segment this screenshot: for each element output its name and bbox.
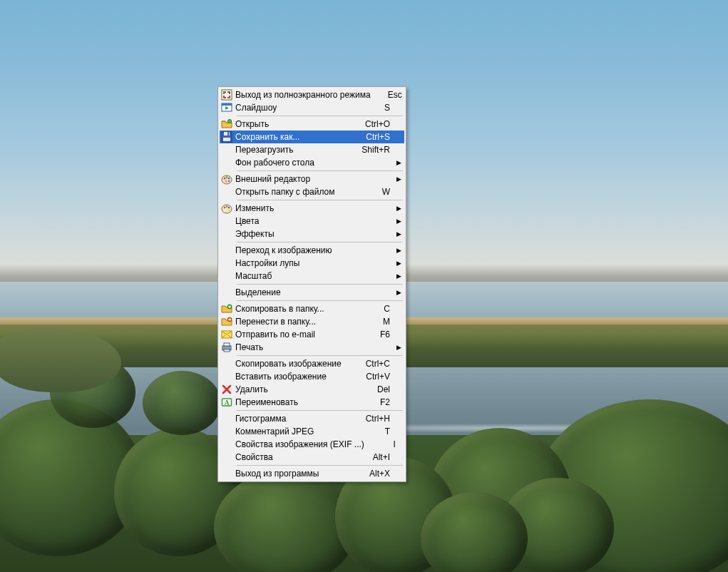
blank-icon (220, 185, 234, 198)
menu-item[interactable]: СлайдшоуS (220, 101, 404, 114)
menu-item[interactable]: Перенести в папку...M (220, 315, 404, 328)
fullscreen-exit-icon (220, 88, 234, 101)
menu-item[interactable]: Эффекты▶ (220, 228, 404, 240)
menu-item[interactable]: Цвета▶ (220, 215, 404, 228)
submenu-arrow-icon: ▶ (394, 205, 404, 212)
print-icon (220, 341, 234, 354)
palette2-icon (220, 202, 234, 215)
menu-item-label: Масштаб (234, 271, 359, 281)
menu-item-label: Открыть папку с файлом (234, 187, 359, 197)
blank-icon (220, 425, 234, 438)
menu-item[interactable]: Выход из программыAlt+X (220, 467, 404, 480)
menu-item-label: Перенести в папку... (234, 317, 359, 327)
menu-item-label: Комментарий JPEG (234, 427, 359, 436)
delete-icon (220, 383, 234, 396)
menu-item[interactable]: Внешний редактор▶ (220, 173, 404, 185)
menu-item[interactable]: ПереименоватьF2 (220, 396, 404, 409)
save-icon (220, 131, 234, 143)
menu-item-label: Открыть (234, 119, 359, 129)
blank-icon (220, 228, 234, 240)
submenu-arrow-icon: ▶ (394, 247, 404, 254)
menu-item-label: Переименовать (234, 397, 359, 407)
menu-item-shortcut: T (359, 427, 394, 436)
submenu-arrow-icon: ▶ (394, 289, 404, 296)
palette-icon (220, 173, 234, 185)
menu-item-shortcut: Ctrl+O (359, 119, 394, 129)
menu-separator (237, 410, 403, 411)
blank-icon (220, 370, 234, 383)
menu-item[interactable]: ПерезагрузитьShift+R (220, 143, 404, 156)
menu-item[interactable]: Сохранить как...Ctrl+S (220, 131, 404, 143)
menu-item-shortcut: Del (359, 384, 394, 394)
menu-item[interactable]: Выход из полноэкранного режимаEsc (220, 88, 404, 101)
menu-item[interactable]: Настройки лупы▶ (220, 257, 404, 270)
rename-icon (220, 396, 234, 409)
slideshow-icon (220, 101, 234, 114)
context-menu: Выход из полноэкранного режимаEscСлайдшо… (217, 86, 406, 482)
menu-item-shortcut: F6 (359, 330, 394, 339)
blank-icon (220, 244, 234, 257)
menu-item-label: Внешний редактор (234, 174, 359, 184)
menu-separator (237, 242, 403, 242)
blank-icon (220, 257, 234, 270)
submenu-arrow-icon: ▶ (394, 260, 404, 267)
menu-item-label: Гистограмма (234, 414, 359, 424)
blank-icon (220, 412, 234, 425)
menu-item-shortcut: M (359, 317, 394, 327)
menu-item[interactable]: Масштаб▶ (220, 270, 404, 282)
menu-item[interactable]: УдалитьDel (220, 383, 404, 396)
menu-separator (237, 355, 403, 356)
menu-item-label: Фон рабочего стола (234, 158, 359, 168)
menu-item[interactable]: Изменить▶ (220, 202, 404, 215)
menu-item-shortcut: Ctrl+V (359, 372, 394, 382)
menu-item-label: Выделение (234, 287, 359, 297)
menu-item[interactable]: Свойства изображения (EXIF ...)I (220, 438, 404, 451)
moveto-icon (220, 315, 234, 328)
open-icon (220, 118, 234, 131)
menu-item-label: Изменить (234, 203, 359, 213)
menu-item-label: Свойства изображения (EXIF ...) (234, 439, 364, 449)
menu-item-shortcut: Ctrl+C (359, 359, 394, 369)
menu-item-label: Выход из полноэкранного режима (234, 90, 371, 100)
menu-separator (237, 300, 403, 301)
blank-icon (220, 156, 234, 169)
menu-item-shortcut: Ctrl+S (359, 132, 394, 142)
menu-item[interactable]: Печать▶ (220, 341, 404, 354)
menu-separator (237, 200, 403, 200)
menu-item-label: Перезагрузить (234, 145, 359, 155)
menu-item-shortcut: F2 (359, 397, 394, 407)
menu-item[interactable]: Скопировать в папку...C (220, 302, 404, 315)
menu-item-shortcut: Esc (371, 90, 406, 100)
menu-item[interactable]: Вставить изображениеCtrl+V (220, 370, 404, 383)
menu-separator (237, 116, 403, 116)
menu-item[interactable]: Выделение▶ (220, 286, 404, 299)
menu-item-shortcut: Shift+R (359, 145, 394, 155)
menu-item[interactable]: Переход к изображению▶ (220, 244, 404, 257)
menu-separator (237, 465, 403, 466)
menu-item-label: Печать (234, 342, 359, 352)
menu-item[interactable]: СвойстваAlt+I (220, 451, 404, 464)
menu-item[interactable]: Скопировать изображениеCtrl+C (220, 357, 404, 370)
menu-item-label: Переход к изображению (234, 245, 359, 255)
menu-item-shortcut: Alt+X (359, 469, 394, 479)
menu-item-label: Сохранить как... (234, 132, 359, 142)
menu-item-shortcut: Ctrl+H (359, 414, 394, 424)
copyto-icon (220, 302, 234, 315)
menu-item[interactable]: Фон рабочего стола▶ (220, 156, 404, 169)
blank-icon (220, 467, 234, 480)
submenu-arrow-icon: ▶ (394, 272, 404, 280)
menu-item-shortcut: Alt+I (359, 452, 394, 462)
menu-item-shortcut: I (364, 439, 400, 449)
menu-item-shortcut: W (359, 187, 394, 197)
menu-item-shortcut: C (359, 304, 394, 314)
blank-icon (220, 451, 234, 464)
menu-item[interactable]: ОткрытьCtrl+O (220, 118, 404, 131)
menu-item[interactable]: Комментарий JPEGT (220, 425, 404, 438)
submenu-arrow-icon: ▶ (394, 230, 404, 238)
tree-cluster (143, 371, 221, 435)
submenu-arrow-icon: ▶ (394, 175, 404, 183)
menu-item[interactable]: Отправить по e-mailF6 (220, 328, 404, 341)
fullscreen-image-background: Выход из полноэкранного режимаEscСлайдшо… (0, 0, 728, 572)
menu-item[interactable]: ГистограммаCtrl+H (220, 412, 404, 425)
menu-item[interactable]: Открыть папку с файломW (220, 185, 404, 198)
